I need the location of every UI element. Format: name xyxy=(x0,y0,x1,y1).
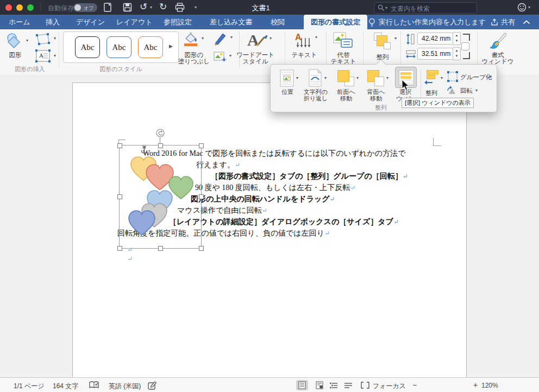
format-pane-icon[interactable] xyxy=(488,31,506,50)
tab-review[interactable]: 校閲 xyxy=(271,15,285,29)
resize-handle-middle-right[interactable] xyxy=(199,194,204,199)
zoom-out-button[interactable]: − xyxy=(412,381,417,389)
shape-height-field[interactable]: 42.42 mm xyxy=(417,33,453,45)
shape-fill-icon[interactable] xyxy=(183,31,199,47)
wrap-text-icon[interactable] xyxy=(308,69,322,87)
proofing-status-icon[interactable] xyxy=(89,381,99,389)
focus-mode-icon[interactable] xyxy=(361,382,369,389)
autosave-toggle[interactable]: オフ xyxy=(73,3,97,12)
text-box-icon[interactable]: A xyxy=(35,49,51,63)
rotation-handle[interactable] xyxy=(156,129,165,137)
send-backward-icon[interactable] xyxy=(367,70,385,86)
rotate-caret-icon[interactable]: ▾ xyxy=(475,88,478,93)
search-placeholder: 文書内を検索 xyxy=(391,4,430,14)
toolbar-options-caret-icon[interactable]: ▾ xyxy=(195,5,197,10)
feedback-smiley-icon[interactable] xyxy=(517,3,527,12)
shape-style-3[interactable]: Abc xyxy=(138,36,163,58)
resize-handle-bottom-left[interactable] xyxy=(117,246,122,251)
gallery-expand-icon[interactable]: ▶ xyxy=(169,43,173,49)
redo-icon[interactable]: ↻ xyxy=(159,1,167,12)
undo-icon[interactable]: ↺ xyxy=(140,1,147,12)
print-icon[interactable] xyxy=(175,3,185,12)
group-caret-icon[interactable]: ▾ xyxy=(490,74,492,79)
share-button[interactable]: 共有 xyxy=(501,15,515,29)
zoom-in-button[interactable]: + xyxy=(473,381,478,389)
rotate-button[interactable]: 回転 xyxy=(460,87,473,95)
height-stepper-down-icon[interactable]: ▼ xyxy=(453,38,460,43)
search-input[interactable]: ▾ 文書内を検索 xyxy=(374,2,477,14)
page-indicator[interactable]: 1/1 ページ xyxy=(14,382,45,391)
bring-forward-icon[interactable] xyxy=(337,70,355,86)
edit-points-icon[interactable] xyxy=(35,33,51,46)
wrap-text-caret-icon[interactable]: ▾ xyxy=(324,75,327,80)
resize-handle-bottom-right[interactable] xyxy=(199,246,204,251)
wordart-caret-icon[interactable]: ▾ xyxy=(270,36,272,41)
resize-handle-top-right[interactable] xyxy=(199,143,204,148)
shape-effects-icon[interactable] xyxy=(213,50,227,63)
undo-caret-icon[interactable]: ▾ xyxy=(150,5,152,10)
ink-tool-icon[interactable] xyxy=(148,381,157,390)
tab-shape-format[interactable]: 図形の書式設定 xyxy=(304,15,367,29)
feedback-caret-icon[interactable]: ▾ xyxy=(528,5,530,10)
shape-fill-caret-icon[interactable]: ▾ xyxy=(202,36,204,41)
align-icon[interactable] xyxy=(424,70,438,85)
focus-mode-label[interactable]: フォーカス xyxy=(373,382,406,391)
edit-points-caret-icon[interactable]: ▾ xyxy=(54,36,56,41)
shape-outline-caret-icon[interactable]: ▾ xyxy=(230,35,233,40)
text-options-icon[interactable]: A xyxy=(294,31,313,48)
arrange-caret-icon[interactable]: ▾ xyxy=(394,36,397,41)
resize-handle-middle-left[interactable] xyxy=(117,194,122,199)
collapse-ribbon-icon[interactable] xyxy=(523,20,530,24)
tab-home[interactable]: ホーム xyxy=(9,15,30,29)
share-icon xyxy=(491,18,499,26)
tab-references[interactable]: 参照設定 xyxy=(164,15,192,29)
group-icon[interactable] xyxy=(447,71,458,82)
language-indicator[interactable]: 英語 (米国) xyxy=(109,382,141,391)
tab-mailings[interactable]: 差し込み文書 xyxy=(210,15,253,29)
shape-effects-caret-icon[interactable]: ▾ xyxy=(229,53,231,58)
word-count[interactable]: 164 文字 xyxy=(53,382,78,391)
draft-view-button[interactable] xyxy=(342,380,354,390)
height-stepper-up-icon[interactable]: ▲ xyxy=(453,33,460,38)
insert-shape-icon[interactable] xyxy=(4,33,25,50)
alt-text-icon[interactable] xyxy=(333,31,354,50)
tab-design[interactable]: デザイン xyxy=(76,15,105,29)
lock-aspect-ratio-checkbox[interactable] xyxy=(461,42,469,50)
tab-insert[interactable]: 挿入 xyxy=(46,15,60,29)
wordart-styles-icon[interactable]: A xyxy=(246,30,268,50)
web-layout-view-button[interactable] xyxy=(314,380,325,390)
outline-view-button[interactable] xyxy=(328,380,340,390)
document-page[interactable]: Word 2016 for Mac で図形を回転または反転するには以下のいずれか… xyxy=(72,83,467,378)
insert-shape-caret-icon[interactable]: ▾ xyxy=(26,38,28,43)
position-icon[interactable] xyxy=(280,69,294,87)
height-stepper[interactable]: ▲ ▼ xyxy=(453,32,461,45)
width-stepper-down-icon[interactable]: ▼ xyxy=(453,53,460,59)
resize-handle-top-center[interactable] xyxy=(158,143,163,148)
close-window-button[interactable] xyxy=(5,4,12,11)
text-box-caret-icon[interactable]: ▾ xyxy=(54,53,56,58)
send-backward-caret-icon[interactable]: ▾ xyxy=(386,75,388,80)
width-stepper[interactable]: ▲ ▼ xyxy=(453,47,461,60)
resize-handle-top-left[interactable] xyxy=(117,143,122,148)
text-options-caret-icon[interactable]: ▾ xyxy=(315,35,317,40)
tab-layout[interactable]: レイアウト xyxy=(116,15,153,29)
rotate-icon[interactable] xyxy=(446,85,456,95)
print-layout-view-button[interactable] xyxy=(296,380,308,390)
position-caret-icon[interactable]: ▾ xyxy=(296,75,298,80)
shape-width-field[interactable]: 32.51 mm xyxy=(417,48,453,60)
resize-handle-bottom-center[interactable] xyxy=(158,246,163,251)
zoom-window-button[interactable] xyxy=(27,4,34,11)
shape-style-1[interactable]: Abc xyxy=(75,36,100,58)
bring-forward-caret-icon[interactable]: ▾ xyxy=(356,75,359,80)
new-document-icon[interactable] xyxy=(103,3,112,12)
zoom-percentage[interactable]: 120% xyxy=(481,382,498,389)
save-icon[interactable] xyxy=(123,3,132,12)
group-button[interactable]: グループ化 xyxy=(460,73,492,81)
align-caret-icon[interactable]: ▾ xyxy=(441,75,443,80)
minimize-window-button[interactable] xyxy=(16,4,23,11)
width-stepper-up-icon[interactable]: ▲ xyxy=(453,48,460,53)
tell-me-box[interactable]: 実行したい作業内容を入力します xyxy=(379,15,486,29)
arrange-button[interactable] xyxy=(374,33,391,49)
shape-outline-icon[interactable] xyxy=(213,31,228,46)
shape-style-2[interactable]: Abc xyxy=(106,36,131,58)
